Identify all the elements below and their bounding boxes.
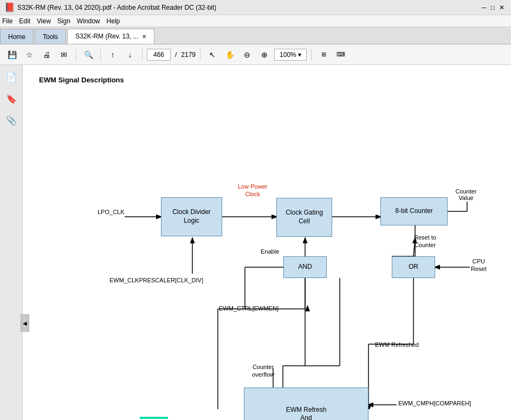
page-number-input[interactable] — [147, 49, 171, 61]
tab-tools[interactable]: Tools — [35, 29, 66, 44]
label-enable: Enable — [261, 248, 279, 255]
select-tool-btn[interactable]: ↖ — [205, 47, 220, 62]
block-clock-divider: Clock DividerLogic — [161, 197, 222, 236]
home-label: Home — [8, 33, 25, 41]
prev-page-btn[interactable]: ↑ — [105, 47, 120, 62]
tab-close-icon[interactable]: ✕ — [142, 34, 146, 40]
block-clock-gating-label: Clock GatingCell — [286, 209, 323, 225]
sep4 — [200, 49, 200, 61]
block-or: OR — [392, 256, 435, 278]
menu-help[interactable]: Help — [107, 17, 120, 25]
sep3 — [142, 49, 143, 61]
tab-bar: Home Tools S32K-RM (Rev. 13, ... ✕ — [0, 27, 511, 44]
ewm-out-highlight — [140, 417, 168, 419]
minimize-btn[interactable]: ─ — [482, 4, 487, 11]
menu-view[interactable]: View — [37, 17, 51, 25]
block-counter-label: 8-bit Counter — [395, 207, 432, 216]
app-icon: 📕 — [4, 2, 15, 12]
page-total: 2179 — [181, 51, 196, 59]
section-title: EWM Signal Descriptions — [39, 76, 495, 84]
label-counter-value: Counter Value — [449, 188, 483, 201]
block-and-label: AND — [298, 263, 312, 272]
fit-page-btn[interactable]: ⊞ — [316, 47, 331, 62]
sidebar-pages-icon[interactable]: 📄 — [4, 69, 19, 85]
block-and: AND — [283, 256, 327, 278]
sep5 — [311, 49, 312, 61]
sidebar-attach-icon[interactable]: 📎 — [4, 113, 19, 128]
window-title: S32K-RM (Rev. 13, 04 2020).pdf - Adobe A… — [17, 4, 216, 11]
menu-file[interactable]: File — [2, 17, 12, 25]
diagram-container: Clock DividerLogic Clock GatingCell 8-bi… — [39, 95, 483, 409]
tools-label: Tools — [43, 33, 58, 41]
next-page-btn[interactable]: ↓ — [122, 47, 138, 62]
menu-bar: File Edit View Sign Window Help — [0, 15, 511, 27]
document-content: EWM Signal Descriptions — [23, 65, 511, 420]
menu-sign[interactable]: Sign — [57, 17, 70, 25]
document-tab-label: S32K-RM (Rev. 13, ... — [75, 33, 138, 40]
zoom-out-btn[interactable]: 🔍 — [81, 47, 96, 62]
zoom-level[interactable]: 100% ▾ — [274, 49, 307, 61]
save-btn[interactable]: 💾 — [4, 47, 20, 62]
toolbar: 💾 ☆ 🖨 ✉ 🔍 ↑ ↓ / 2179 ↖ ✋ ⊖ ⊕ 100% ▾ ⊞ ⌨ — [0, 44, 511, 65]
sidebar-bookmark-icon[interactable]: 🔖 — [4, 91, 19, 106]
label-lpo-clk: LPO_CLK — [98, 209, 125, 215]
sidebar: 📄 🔖 📎 — [0, 65, 23, 420]
zoom-minus-btn[interactable]: ⊖ — [240, 47, 255, 62]
maximize-btn[interactable]: □ — [491, 4, 495, 11]
page-separator: / — [175, 51, 177, 59]
bookmark-btn[interactable]: ☆ — [22, 47, 37, 62]
label-counter-overflow: Counteroverflow — [252, 363, 274, 379]
hand-tool-btn[interactable]: ✋ — [222, 47, 237, 62]
label-low-power-clock: Low PowerClock — [238, 183, 267, 198]
label-clkprescaler: EWM_CLKPRESCALER[CLK_DIV] — [109, 277, 203, 283]
block-clock-divider-label: Clock DividerLogic — [172, 208, 211, 225]
label-ewm-ctrl: EWM_CTRL[EWMEN] — [219, 305, 279, 312]
block-clock-gating: Clock GatingCell — [276, 198, 332, 237]
sep2 — [100, 49, 101, 61]
menu-edit[interactable]: Edit — [19, 17, 30, 25]
label-cpu-reset: CPUReset — [471, 257, 487, 273]
block-counter: 8-bit Counter — [380, 197, 448, 225]
zoom-plus-btn[interactable]: ⊕ — [257, 47, 272, 62]
block-or-label: OR — [409, 263, 418, 272]
print-btn[interactable]: 🖨 — [39, 47, 54, 62]
label-ewm-refreshed: EWM Refreshed — [375, 341, 419, 348]
main-area: 📄 🔖 📎 ◀ EWM Signal Descriptions — [0, 65, 511, 420]
email-btn[interactable]: ✉ — [56, 47, 72, 62]
block-ewm-refresh: EWM RefreshAnd/EWM_out OutputControlMech… — [244, 387, 368, 420]
label-reset-to-counter: Reset toCounter — [414, 234, 436, 249]
sidebar-collapse-btn[interactable]: ◀ — [21, 314, 29, 332]
close-btn[interactable]: ✕ — [499, 4, 504, 11]
menu-window[interactable]: Window — [77, 17, 100, 25]
title-bar: 📕 S32K-RM (Rev. 13, 04 2020).pdf - Adobe… — [0, 0, 511, 15]
tab-document[interactable]: S32K-RM (Rev. 13, ... ✕ — [67, 29, 154, 44]
sep1 — [76, 49, 76, 61]
rotate-btn[interactable]: ⌨ — [333, 47, 348, 62]
tab-home[interactable]: Home — [0, 29, 34, 44]
block-ewm-refresh-label: EWM RefreshAnd/EWM_out OutputControlMech… — [280, 406, 332, 420]
label-ewm-cmph: EWM_CMPH[COMPAREH] — [398, 400, 471, 406]
